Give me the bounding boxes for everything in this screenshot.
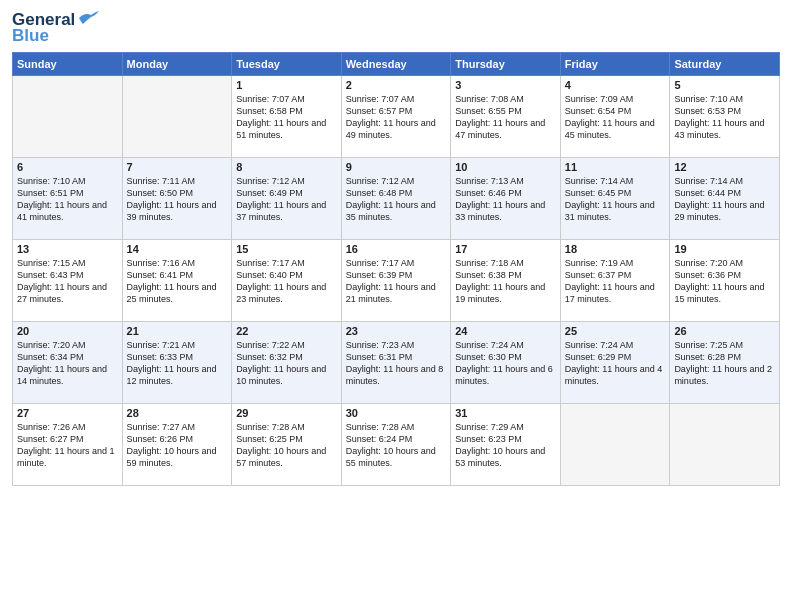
calendar-cell: 11Sunrise: 7:14 AMSunset: 6:45 PMDayligh…	[560, 158, 670, 240]
calendar-cell: 17Sunrise: 7:18 AMSunset: 6:38 PMDayligh…	[451, 240, 561, 322]
cell-info: Sunrise: 7:14 AMSunset: 6:45 PMDaylight:…	[565, 176, 655, 222]
calendar-week-row: 20Sunrise: 7:20 AMSunset: 6:34 PMDayligh…	[13, 322, 780, 404]
cell-info: Sunrise: 7:10 AMSunset: 6:51 PMDaylight:…	[17, 176, 107, 222]
calendar-cell: 16Sunrise: 7:17 AMSunset: 6:39 PMDayligh…	[341, 240, 451, 322]
cell-info: Sunrise: 7:24 AMSunset: 6:30 PMDaylight:…	[455, 340, 553, 386]
calendar-cell: 20Sunrise: 7:20 AMSunset: 6:34 PMDayligh…	[13, 322, 123, 404]
cell-info: Sunrise: 7:07 AMSunset: 6:58 PMDaylight:…	[236, 94, 326, 140]
day-number: 7	[127, 161, 228, 173]
day-number: 11	[565, 161, 666, 173]
day-number: 5	[674, 79, 775, 91]
cell-info: Sunrise: 7:24 AMSunset: 6:29 PMDaylight:…	[565, 340, 663, 386]
cell-info: Sunrise: 7:07 AMSunset: 6:57 PMDaylight:…	[346, 94, 436, 140]
weekday-header: Sunday	[13, 53, 123, 76]
cell-info: Sunrise: 7:11 AMSunset: 6:50 PMDaylight:…	[127, 176, 217, 222]
calendar-cell: 23Sunrise: 7:23 AMSunset: 6:31 PMDayligh…	[341, 322, 451, 404]
weekday-header: Saturday	[670, 53, 780, 76]
cell-info: Sunrise: 7:27 AMSunset: 6:26 PMDaylight:…	[127, 422, 217, 468]
cell-info: Sunrise: 7:18 AMSunset: 6:38 PMDaylight:…	[455, 258, 545, 304]
calendar-cell: 5Sunrise: 7:10 AMSunset: 6:53 PMDaylight…	[670, 76, 780, 158]
cell-info: Sunrise: 7:26 AMSunset: 6:27 PMDaylight:…	[17, 422, 115, 468]
cell-info: Sunrise: 7:09 AMSunset: 6:54 PMDaylight:…	[565, 94, 655, 140]
weekday-header: Friday	[560, 53, 670, 76]
cell-info: Sunrise: 7:28 AMSunset: 6:25 PMDaylight:…	[236, 422, 326, 468]
calendar-week-row: 6Sunrise: 7:10 AMSunset: 6:51 PMDaylight…	[13, 158, 780, 240]
calendar-cell: 13Sunrise: 7:15 AMSunset: 6:43 PMDayligh…	[13, 240, 123, 322]
calendar-table: SundayMondayTuesdayWednesdayThursdayFrid…	[12, 52, 780, 486]
day-number: 13	[17, 243, 118, 255]
calendar-cell: 12Sunrise: 7:14 AMSunset: 6:44 PMDayligh…	[670, 158, 780, 240]
cell-info: Sunrise: 7:28 AMSunset: 6:24 PMDaylight:…	[346, 422, 436, 468]
day-number: 23	[346, 325, 447, 337]
logo-blue: Blue	[12, 26, 49, 46]
cell-info: Sunrise: 7:21 AMSunset: 6:33 PMDaylight:…	[127, 340, 217, 386]
calendar-cell: 19Sunrise: 7:20 AMSunset: 6:36 PMDayligh…	[670, 240, 780, 322]
day-number: 2	[346, 79, 447, 91]
calendar-cell: 18Sunrise: 7:19 AMSunset: 6:37 PMDayligh…	[560, 240, 670, 322]
cell-info: Sunrise: 7:23 AMSunset: 6:31 PMDaylight:…	[346, 340, 444, 386]
cell-info: Sunrise: 7:14 AMSunset: 6:44 PMDaylight:…	[674, 176, 764, 222]
day-number: 18	[565, 243, 666, 255]
calendar-cell: 27Sunrise: 7:26 AMSunset: 6:27 PMDayligh…	[13, 404, 123, 486]
calendar-cell: 28Sunrise: 7:27 AMSunset: 6:26 PMDayligh…	[122, 404, 232, 486]
calendar-header-row: SundayMondayTuesdayWednesdayThursdayFrid…	[13, 53, 780, 76]
calendar-cell: 1Sunrise: 7:07 AMSunset: 6:58 PMDaylight…	[232, 76, 342, 158]
calendar-cell: 26Sunrise: 7:25 AMSunset: 6:28 PMDayligh…	[670, 322, 780, 404]
cell-info: Sunrise: 7:17 AMSunset: 6:39 PMDaylight:…	[346, 258, 436, 304]
cell-info: Sunrise: 7:16 AMSunset: 6:41 PMDaylight:…	[127, 258, 217, 304]
calendar-cell: 6Sunrise: 7:10 AMSunset: 6:51 PMDaylight…	[13, 158, 123, 240]
day-number: 4	[565, 79, 666, 91]
day-number: 19	[674, 243, 775, 255]
weekday-header: Thursday	[451, 53, 561, 76]
logo: General Blue	[12, 10, 99, 46]
day-number: 15	[236, 243, 337, 255]
cell-info: Sunrise: 7:29 AMSunset: 6:23 PMDaylight:…	[455, 422, 545, 468]
cell-info: Sunrise: 7:22 AMSunset: 6:32 PMDaylight:…	[236, 340, 326, 386]
calendar-cell	[13, 76, 123, 158]
logo-bird-icon	[77, 10, 99, 26]
cell-info: Sunrise: 7:15 AMSunset: 6:43 PMDaylight:…	[17, 258, 107, 304]
day-number: 6	[17, 161, 118, 173]
day-number: 20	[17, 325, 118, 337]
day-number: 31	[455, 407, 556, 419]
calendar-cell: 29Sunrise: 7:28 AMSunset: 6:25 PMDayligh…	[232, 404, 342, 486]
day-number: 14	[127, 243, 228, 255]
cell-info: Sunrise: 7:12 AMSunset: 6:48 PMDaylight:…	[346, 176, 436, 222]
calendar-cell: 10Sunrise: 7:13 AMSunset: 6:46 PMDayligh…	[451, 158, 561, 240]
day-number: 26	[674, 325, 775, 337]
calendar-week-row: 1Sunrise: 7:07 AMSunset: 6:58 PMDaylight…	[13, 76, 780, 158]
weekday-header: Wednesday	[341, 53, 451, 76]
day-number: 21	[127, 325, 228, 337]
cell-info: Sunrise: 7:19 AMSunset: 6:37 PMDaylight:…	[565, 258, 655, 304]
day-number: 22	[236, 325, 337, 337]
calendar-cell: 14Sunrise: 7:16 AMSunset: 6:41 PMDayligh…	[122, 240, 232, 322]
calendar-cell: 2Sunrise: 7:07 AMSunset: 6:57 PMDaylight…	[341, 76, 451, 158]
day-number: 3	[455, 79, 556, 91]
calendar-cell: 31Sunrise: 7:29 AMSunset: 6:23 PMDayligh…	[451, 404, 561, 486]
calendar-cell: 24Sunrise: 7:24 AMSunset: 6:30 PMDayligh…	[451, 322, 561, 404]
day-number: 1	[236, 79, 337, 91]
calendar-cell: 7Sunrise: 7:11 AMSunset: 6:50 PMDaylight…	[122, 158, 232, 240]
weekday-header: Tuesday	[232, 53, 342, 76]
day-number: 12	[674, 161, 775, 173]
calendar-cell: 25Sunrise: 7:24 AMSunset: 6:29 PMDayligh…	[560, 322, 670, 404]
day-number: 8	[236, 161, 337, 173]
cell-info: Sunrise: 7:08 AMSunset: 6:55 PMDaylight:…	[455, 94, 545, 140]
day-number: 29	[236, 407, 337, 419]
day-number: 9	[346, 161, 447, 173]
calendar-cell: 3Sunrise: 7:08 AMSunset: 6:55 PMDaylight…	[451, 76, 561, 158]
calendar-cell	[670, 404, 780, 486]
calendar-week-row: 27Sunrise: 7:26 AMSunset: 6:27 PMDayligh…	[13, 404, 780, 486]
cell-info: Sunrise: 7:20 AMSunset: 6:36 PMDaylight:…	[674, 258, 764, 304]
day-number: 27	[17, 407, 118, 419]
calendar-cell: 15Sunrise: 7:17 AMSunset: 6:40 PMDayligh…	[232, 240, 342, 322]
cell-info: Sunrise: 7:13 AMSunset: 6:46 PMDaylight:…	[455, 176, 545, 222]
cell-info: Sunrise: 7:10 AMSunset: 6:53 PMDaylight:…	[674, 94, 764, 140]
calendar-cell: 9Sunrise: 7:12 AMSunset: 6:48 PMDaylight…	[341, 158, 451, 240]
weekday-header: Monday	[122, 53, 232, 76]
calendar-cell: 4Sunrise: 7:09 AMSunset: 6:54 PMDaylight…	[560, 76, 670, 158]
calendar-cell: 8Sunrise: 7:12 AMSunset: 6:49 PMDaylight…	[232, 158, 342, 240]
calendar-cell: 21Sunrise: 7:21 AMSunset: 6:33 PMDayligh…	[122, 322, 232, 404]
cell-info: Sunrise: 7:12 AMSunset: 6:49 PMDaylight:…	[236, 176, 326, 222]
header: General Blue	[12, 10, 780, 46]
